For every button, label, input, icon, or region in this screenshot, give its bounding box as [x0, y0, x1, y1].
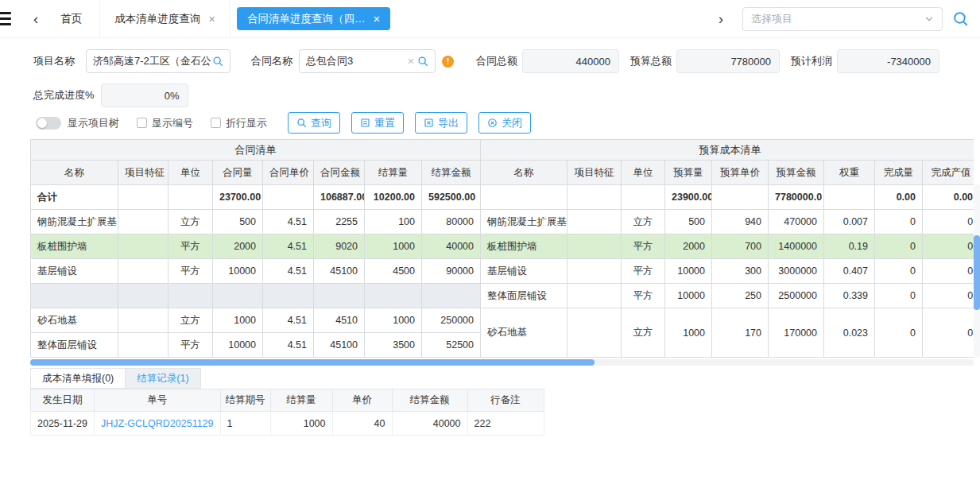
- cell[interactable]: [213, 284, 263, 308]
- cell[interactable]: 3000000: [769, 259, 824, 284]
- project-tree-toggle[interactable]: [36, 117, 61, 130]
- main-table-row[interactable]: 整体面层铺设平方1000025025000000.33900: [31, 284, 974, 308]
- cell[interactable]: 平方: [622, 234, 665, 259]
- document-number-link[interactable]: JHJZ-GCLQRD20251129: [101, 418, 214, 429]
- horizontal-scrollbar[interactable]: [30, 359, 974, 366]
- close-tab-icon[interactable]: ×: [208, 13, 215, 25]
- cell[interactable]: 4.51: [263, 234, 314, 259]
- cell[interactable]: 170: [712, 308, 769, 358]
- cell[interactable]: 整体面层铺设: [31, 333, 118, 358]
- cell[interactable]: [622, 185, 665, 210]
- cell[interactable]: [567, 308, 622, 358]
- cell[interactable]: 0: [923, 284, 974, 308]
- cell[interactable]: 40: [332, 412, 392, 436]
- cell[interactable]: 1000: [365, 234, 422, 259]
- cell[interactable]: [118, 284, 168, 308]
- search-icon[interactable]: [212, 56, 223, 67]
- cell[interactable]: 立方: [168, 308, 213, 333]
- cell[interactable]: 90000: [422, 259, 481, 284]
- cell[interactable]: JHJZ-GCLQRD20251129: [95, 412, 221, 436]
- cell[interactable]: 45100: [314, 333, 365, 358]
- cell[interactable]: 0: [923, 308, 974, 358]
- main-table-row[interactable]: 砂石地基立方10004.5145101000250000砂石地基立方100017…: [31, 308, 974, 333]
- vertical-scrollbar[interactable]: [974, 184, 980, 357]
- cell[interactable]: 170000: [769, 308, 824, 358]
- tab-contract-list-progress[interactable]: 合同清单进度查询（四… ×: [237, 7, 390, 30]
- cell[interactable]: 250: [712, 284, 769, 308]
- cell[interactable]: [567, 210, 622, 234]
- cell[interactable]: [712, 185, 769, 210]
- cell[interactable]: 10200.00: [365, 185, 422, 210]
- cell[interactable]: 100: [365, 210, 422, 234]
- cell[interactable]: 23700.00: [213, 185, 263, 210]
- cell[interactable]: [314, 284, 365, 308]
- main-table-row[interactable]: 基层铺设平方100004.5145100450090000基层铺设平方10000…: [31, 259, 974, 284]
- cell[interactable]: 2500000: [769, 284, 824, 308]
- cell[interactable]: 3500: [365, 333, 422, 358]
- cell[interactable]: 700: [712, 234, 769, 259]
- cell[interactable]: [118, 185, 168, 210]
- cell[interactable]: 平方: [168, 259, 213, 284]
- cell[interactable]: 4.51: [263, 259, 314, 284]
- cell[interactable]: 470000: [769, 210, 824, 234]
- cell[interactable]: 23900.00: [665, 185, 712, 210]
- cell[interactable]: [567, 284, 622, 308]
- contract-name-input[interactable]: ×: [299, 49, 436, 73]
- tab-cost-list-fill[interactable]: 成本清单填报(0): [30, 368, 126, 389]
- cell[interactable]: 整体面层铺设: [481, 284, 567, 308]
- cell[interactable]: 2000: [213, 234, 263, 259]
- cell[interactable]: [824, 185, 875, 210]
- cell[interactable]: 1000: [270, 412, 332, 436]
- cell[interactable]: 合计: [31, 185, 118, 210]
- cell[interactable]: 40000: [392, 412, 467, 436]
- cell[interactable]: 0: [875, 234, 923, 259]
- main-table-row[interactable]: 钢筋混凝土扩展基立方5004.51225510080000钢筋混凝土扩展基立方5…: [31, 210, 974, 234]
- cell[interactable]: 0: [923, 210, 974, 234]
- search-icon[interactable]: [952, 10, 969, 27]
- reset-button[interactable]: 重置: [351, 112, 404, 134]
- cell[interactable]: [567, 234, 622, 259]
- cell[interactable]: 300: [712, 259, 769, 284]
- cell[interactable]: 0.023: [824, 308, 875, 358]
- cell[interactable]: 钢筋混凝土扩展基: [481, 210, 567, 234]
- cell[interactable]: [567, 185, 622, 210]
- cell[interactable]: 钢筋混凝土扩展基: [31, 210, 118, 234]
- cell[interactable]: 10000: [665, 284, 712, 308]
- cell[interactable]: 500: [665, 210, 712, 234]
- cell[interactable]: 基层铺设: [31, 259, 118, 284]
- cell[interactable]: 0.00: [875, 185, 923, 210]
- cell[interactable]: 0: [923, 259, 974, 284]
- cell[interactable]: 4.51: [263, 210, 314, 234]
- tab-cost-list-progress[interactable]: 成本清单进度查询 ×: [99, 0, 230, 38]
- cell[interactable]: 4.51: [263, 308, 314, 333]
- cell[interactable]: 平方: [168, 333, 213, 358]
- cell[interactable]: [567, 259, 622, 284]
- cell[interactable]: 平方: [622, 284, 665, 308]
- cell[interactable]: 1000: [213, 308, 263, 333]
- tab-settlement-records[interactable]: 结算记录(1): [126, 368, 200, 389]
- cell[interactable]: 砂石地基: [31, 308, 118, 333]
- cell[interactable]: 平方: [168, 234, 213, 259]
- cell[interactable]: [168, 284, 213, 308]
- tabs-scroll-right-icon[interactable]: ›: [714, 10, 728, 28]
- project-name-value[interactable]: [93, 56, 212, 68]
- cell[interactable]: [422, 284, 481, 308]
- cell[interactable]: 0: [875, 308, 923, 358]
- cell[interactable]: 立方: [168, 210, 213, 234]
- cell[interactable]: 10000: [213, 259, 263, 284]
- cell[interactable]: 0.19: [824, 234, 875, 259]
- cell[interactable]: [263, 185, 314, 210]
- tabs-scroll-left-icon[interactable]: ‹: [29, 10, 43, 28]
- cell[interactable]: 板桩围护墙: [481, 234, 567, 259]
- menu-icon[interactable]: [0, 12, 11, 25]
- cell[interactable]: [118, 234, 168, 259]
- cell[interactable]: 222: [467, 412, 544, 436]
- cell[interactable]: 4510: [314, 308, 365, 333]
- project-select[interactable]: 选择项目: [742, 7, 943, 31]
- cell[interactable]: 0.00: [923, 185, 974, 210]
- cell[interactable]: 0.007: [824, 210, 875, 234]
- cell[interactable]: 0.339: [824, 284, 875, 308]
- cell[interactable]: 1400000: [769, 234, 824, 259]
- cell[interactable]: 250000: [422, 308, 481, 333]
- tab-home[interactable]: 首页: [43, 0, 99, 38]
